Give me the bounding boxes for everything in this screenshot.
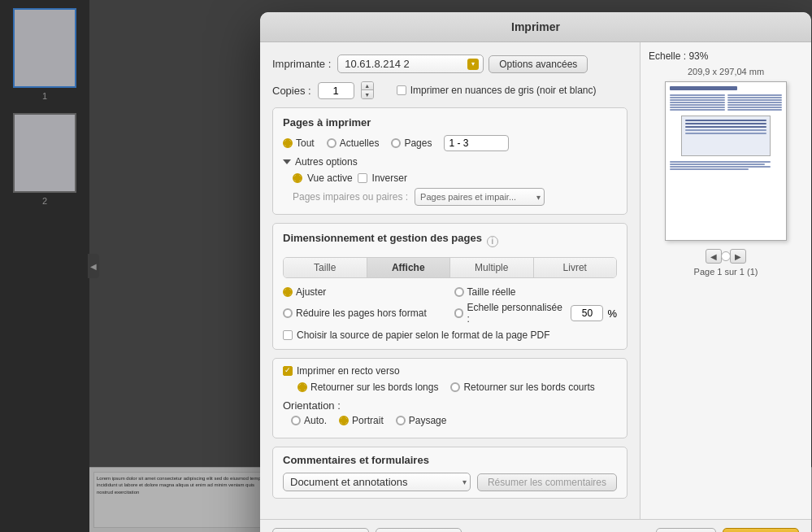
imprimer-button[interactable]: Imprimer: [723, 528, 799, 532]
actuelles-radio[interactable]: [327, 138, 337, 148]
tab-affiche[interactable]: Affiche: [367, 258, 451, 277]
scale-value: 93%: [688, 50, 708, 62]
recto-verso-checkbox[interactable]: [283, 366, 293, 376]
taille-reelle-label: Taille réelle: [467, 286, 516, 298]
reduire-radio[interactable]: [283, 308, 293, 318]
grayscale-checkbox[interactable]: [397, 85, 406, 95]
retourner-long-radio[interactable]: [297, 382, 307, 392]
dialog-title: Imprimer: [511, 20, 560, 33]
paysage-radio[interactable]: [396, 416, 406, 425]
pages-label: Pages: [404, 137, 432, 149]
pl1: [670, 94, 725, 96]
annuler-button[interactable]: Annuler: [656, 528, 717, 532]
vue-active-radio[interactable]: [293, 173, 302, 183]
preview-prev-button[interactable]: ◀: [706, 249, 722, 264]
preview-next-button[interactable]: ▶: [730, 249, 746, 264]
pl4: [670, 102, 725, 103]
pages-impaires-row: Pages impaires ou paires : Pages paires …: [293, 188, 617, 206]
imprimante-button[interactable]: Imprimante...: [376, 528, 462, 532]
echelle-row: Echelle personnalisée : %: [454, 302, 618, 325]
pt5: [685, 133, 766, 134]
reduire-item[interactable]: Réduire les pages hors format: [283, 302, 446, 325]
pages-impaires-select[interactable]: Pages paires et impair... ▾: [415, 188, 545, 206]
pourcent-label: %: [607, 307, 617, 320]
printer-select[interactable]: 10.61.8.214 2 ▾: [337, 55, 484, 73]
preview-thumb-content: [682, 116, 770, 137]
copies-increment[interactable]: ▲: [362, 82, 373, 90]
orientation-title: Orientation :: [283, 399, 341, 412]
pbl2: [670, 164, 765, 165]
copies-decrement[interactable]: ▼: [362, 90, 373, 98]
retourner-court-radio[interactable]: [450, 382, 460, 392]
tout-radio[interactable]: [283, 138, 293, 148]
pages-range-input[interactable]: [444, 135, 509, 151]
dimensionnement-info-icon[interactable]: i: [487, 236, 498, 247]
pr5: [727, 104, 783, 106]
retourner-court-item[interactable]: Retourner sur les bords courts: [450, 382, 594, 393]
dialog-body: Imprimante : 10.61.8.214 2 ▾ Options ava…: [260, 42, 811, 519]
recto-verso-label: Imprimer en recto verso: [297, 365, 400, 377]
resumer-button[interactable]: Résumer les commentaires: [477, 473, 617, 491]
taille-reelle-item[interactable]: Taille réelle: [454, 286, 618, 298]
tab-livret[interactable]: Livret: [534, 258, 617, 277]
echelle-perso-item[interactable]: Echelle personnalisée :: [454, 302, 567, 325]
dialog-footer: Mise en page... Imprimante... Annuler Im…: [260, 519, 811, 532]
autres-triangle: [283, 159, 291, 164]
pr6: [727, 107, 783, 108]
commentaires-value: Document et annotations: [290, 476, 408, 488]
autres-toggle[interactable]: Autres options: [283, 156, 617, 168]
dialog-right-panel: Echelle : 93% 209,9 x 297,04 mm: [640, 42, 811, 519]
recto-verso-radio-group: Retourner sur les bords longs Retourner …: [297, 382, 617, 393]
pr1: [727, 94, 783, 96]
mise-en-page-button[interactable]: Mise en page...: [272, 528, 369, 532]
printer-value: 10.61.8.214 2: [345, 58, 410, 70]
auto-label: Auto.: [304, 415, 327, 426]
copies-input[interactable]: [318, 82, 354, 99]
pl7: [670, 109, 725, 111]
pages-radio[interactable]: [391, 138, 401, 148]
preview-thumbnail: [681, 116, 771, 156]
echelle-perso-radio[interactable]: [454, 308, 464, 318]
reduire-label: Réduire les pages hors format: [296, 307, 427, 319]
pages-radio-item[interactable]: Pages: [391, 137, 432, 149]
vue-active-row: Vue active Inverser: [293, 172, 617, 184]
preview-bottom-lines: [670, 161, 782, 170]
preview-nav: ◀ ▶: [706, 249, 746, 264]
tab-multiple[interactable]: Multiple: [450, 258, 534, 277]
copies-stepper[interactable]: ▲ ▼: [361, 81, 374, 99]
portrait-radio[interactable]: [339, 416, 349, 425]
portrait-label: Portrait: [352, 415, 384, 426]
tout-label: Tout: [296, 137, 315, 149]
tout-radio-item[interactable]: Tout: [283, 137, 315, 149]
printer-select-arrow: ▾: [467, 59, 479, 70]
portrait-item[interactable]: Portrait: [339, 415, 384, 426]
commentaires-title: Commentaires et formulaires: [283, 454, 617, 466]
preview-slider-thumb: [721, 251, 731, 261]
retourner-long-item[interactable]: Retourner sur les bords longs: [297, 382, 438, 393]
retourner-long-label: Retourner sur les bords longs: [310, 382, 438, 393]
advanced-options-button[interactable]: Options avancées: [489, 55, 588, 73]
tab-taille[interactable]: Taille: [284, 258, 367, 277]
choisir-checkbox[interactable]: [283, 330, 293, 340]
pbl3: [670, 166, 771, 168]
commentaires-chevron: ▾: [462, 477, 467, 486]
choisir-row: Choisir la source de papier selon le for…: [283, 329, 617, 341]
pt3: [685, 126, 766, 128]
echelle-value-input[interactable]: [571, 305, 603, 321]
copies-label: Copies :: [272, 85, 311, 97]
choisir-label: Choisir la source de papier selon le for…: [297, 329, 550, 341]
preview-cols: [670, 94, 782, 111]
auto-radio[interactable]: [291, 416, 301, 425]
ajuster-item[interactable]: Ajuster: [283, 286, 446, 298]
preview-page: [665, 81, 787, 241]
pt4: [685, 129, 766, 131]
inverser-checkbox[interactable]: [358, 173, 367, 183]
inverser-label: Inverser: [372, 172, 407, 184]
ajuster-radio[interactable]: [283, 287, 293, 297]
taille-reelle-radio[interactable]: [454, 287, 464, 297]
auto-item[interactable]: Auto.: [291, 415, 327, 426]
orientation-section: Orientation : Auto. Portrait Paysage: [283, 399, 617, 426]
actuelles-radio-item[interactable]: Actuelles: [327, 137, 380, 149]
paysage-item[interactable]: Paysage: [396, 415, 447, 426]
commentaires-select[interactable]: Document et annotations ▾: [283, 473, 471, 491]
